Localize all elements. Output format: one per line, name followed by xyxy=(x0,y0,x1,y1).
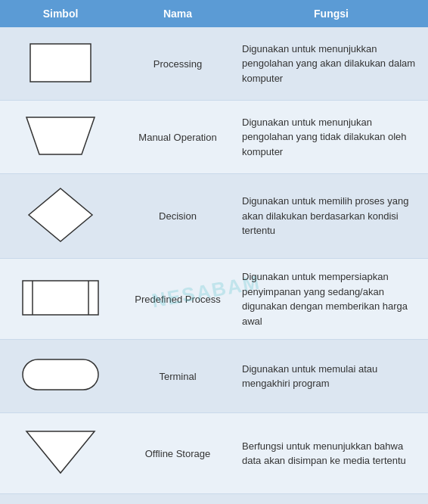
name-cell-3: Predefined Process xyxy=(121,259,234,340)
func-cell-1: Digunakan untuk menunjukan pengolahan ya… xyxy=(234,101,428,174)
func-cell-6: Digunakan untuk menginputkan data secara… xyxy=(234,494,428,505)
svg-marker-2 xyxy=(29,188,92,241)
func-cell-2: Digunakan untuk memilih proses yang akan… xyxy=(234,174,428,259)
header-fungsi: Fungsi xyxy=(234,0,428,27)
svg-rect-6 xyxy=(23,359,98,390)
symbol-cell-5 xyxy=(0,413,121,494)
name-cell-6: Manual Input Symbol xyxy=(121,494,234,505)
name-cell-2: Decision xyxy=(121,174,234,259)
header-nama: Nama xyxy=(121,0,234,27)
svg-marker-7 xyxy=(26,431,95,473)
func-cell-5: Berfungsi untuk menunjukkan bahwa data a… xyxy=(234,413,428,494)
name-cell-5: Offline Storage xyxy=(121,413,234,494)
symbol-cell-4 xyxy=(0,340,121,413)
svg-rect-0 xyxy=(30,44,91,82)
symbol-cell-2 xyxy=(0,174,121,259)
func-cell-4: Digunakan untuk memulai atau mengakhiri … xyxy=(234,340,428,413)
name-cell-4: Terminal xyxy=(121,340,234,413)
symbol-cell-3 xyxy=(0,259,121,340)
func-cell-3: NESABAMDigunakan untuk mempersiapkan pen… xyxy=(234,259,428,340)
symbol-cell-6 xyxy=(0,494,121,505)
name-cell-1: Manual Operation xyxy=(121,101,234,174)
header-simbol: Simbol xyxy=(0,0,121,27)
svg-marker-1 xyxy=(26,117,95,154)
name-cell-0: Processing xyxy=(121,27,234,101)
symbol-cell-1 xyxy=(0,101,121,174)
symbol-cell-0 xyxy=(0,27,121,101)
svg-rect-3 xyxy=(23,281,98,315)
func-cell-0: Digunakan untuk menunjukkan pengolahan y… xyxy=(234,27,428,101)
